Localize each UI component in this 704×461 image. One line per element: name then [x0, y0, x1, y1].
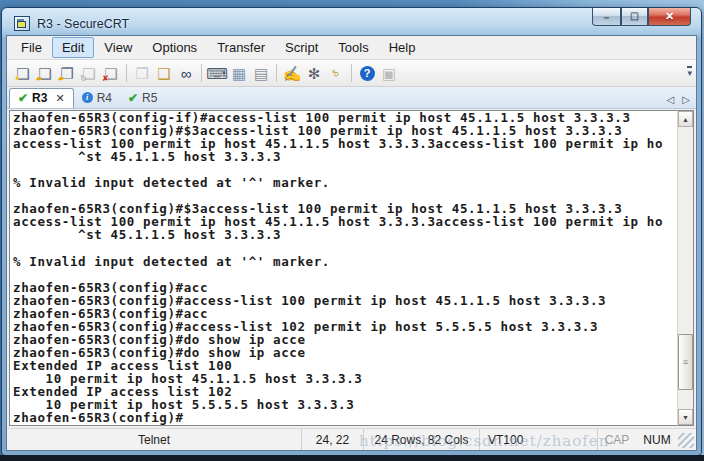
title-bar[interactable]: R3 - SecureCRT – ☐ ✕	[6, 8, 697, 35]
toolbar-separator	[201, 64, 202, 82]
session-options-icon[interactable]: ✻	[303, 63, 325, 84]
toolbar: ❏✦❏▰❐▰❏↻❏✘❐❑∞⌨▦▤✍✻♀?▣▾	[7, 60, 696, 87]
disconnect-icon[interactable]: ❏✘	[100, 63, 122, 84]
window-controls: – ☐ ✕	[592, 8, 691, 26]
close-button[interactable]: ✕	[648, 8, 691, 26]
menu-help[interactable]: Help	[379, 37, 426, 58]
minimize-button[interactable]: –	[592, 8, 621, 26]
scrollbar-thumb[interactable]: ≡	[678, 334, 693, 390]
properties-icon[interactable]: ✍	[281, 63, 303, 84]
menu-file[interactable]: File	[11, 37, 52, 58]
connect-in-tab-icon[interactable]: ❐▰	[56, 63, 78, 84]
keyboard-send-icon[interactable]: ⌨	[206, 63, 228, 84]
securecrt-app-icon	[14, 16, 30, 31]
terminal-screen[interactable]: zhaofen-65R3(config-if)#access-list 100 …	[9, 110, 677, 426]
resize-grip[interactable]	[678, 433, 694, 448]
maximize-button[interactable]: ☐	[621, 8, 648, 26]
tab-scroll-left-icon[interactable]: ◁	[667, 94, 675, 105]
status-protocol: Telnet	[7, 429, 302, 450]
toolbar-separator	[276, 64, 277, 82]
quick-connect-icon[interactable]: ❏▰	[34, 63, 56, 84]
reconnect-icon: ❏↻	[78, 63, 100, 84]
tab-label: R5	[142, 91, 157, 105]
tab-close-icon[interactable]: ✕	[55, 92, 64, 105]
tab-r3[interactable]: ✔R3✕	[9, 88, 74, 108]
tab-scroll-right-icon[interactable]: ▷	[682, 94, 690, 105]
toolbar-separator	[351, 64, 352, 82]
scroll-down-icon[interactable]: ▼	[678, 409, 693, 425]
tab-scroll-arrows: ◁ ▷	[667, 94, 690, 105]
menu-bar: FileEditViewOptionsTransferScriptToolsHe…	[7, 36, 696, 60]
print-icon[interactable]: ▤	[250, 63, 272, 84]
scroll-up-icon[interactable]: ▲	[678, 111, 693, 127]
vertical-scrollbar[interactable]: ▲ ≡ ▼	[677, 110, 694, 426]
status-emulation: VT100	[480, 429, 598, 450]
toolbar-overflow-icon[interactable]: ▾	[687, 66, 692, 77]
tab-label: R4	[97, 91, 112, 105]
session-info-icon: i	[82, 92, 93, 103]
copy-icon: ❐	[131, 63, 153, 84]
status-bar: Telnet 24, 22 24 Rows, 82 Cols VT100 CAP…	[7, 428, 696, 450]
toolbar-separator	[126, 64, 127, 82]
terminal-wrapper: zhaofen-65R3(config-if)#access-list 100 …	[7, 109, 696, 428]
menu-options[interactable]: Options	[142, 37, 207, 58]
status-num-indicator: NUM	[636, 429, 678, 450]
terminal-text: zhaofen-65R3(config-if)#access-list 100 …	[10, 111, 677, 424]
menu-edit[interactable]: Edit	[52, 37, 94, 58]
session-connected-icon: ✔	[128, 91, 138, 105]
help-icon[interactable]: ?	[356, 63, 378, 84]
connect-icon[interactable]: ❏✦	[12, 63, 34, 84]
session-connected-icon: ✔	[18, 91, 28, 105]
lock-window-icon: ▣	[378, 63, 400, 84]
securecrt-window: R3 - SecureCRT – ☐ ✕ FileEditViewOptions…	[1, 7, 702, 456]
menu-transfer[interactable]: Transfer	[207, 37, 275, 58]
menu-tools[interactable]: Tools	[328, 37, 378, 58]
tab-r4[interactable]: iR4	[74, 88, 120, 108]
menu-script[interactable]: Script	[275, 37, 328, 58]
key-icon[interactable]: ♀	[325, 63, 347, 84]
status-cursor-position: 24, 22	[302, 429, 364, 450]
desktop-background: R3 - SecureCRT – ☐ ✕ FileEditViewOptions…	[0, 0, 704, 461]
client-area: FileEditViewOptionsTransferScriptToolsHe…	[6, 35, 697, 451]
menu-view[interactable]: View	[94, 37, 142, 58]
status-terminal-size: 24 Rows, 82 Cols	[364, 429, 480, 450]
window-title: R3 - SecureCRT	[37, 17, 129, 31]
tab-label: R3	[32, 91, 47, 105]
tab-r5[interactable]: ✔R5	[120, 88, 165, 108]
tab-bar: ✔R3✕iR4✔R5 ◁ ▷	[7, 87, 696, 109]
find-icon[interactable]: ∞	[175, 63, 197, 84]
button-bar-icon[interactable]: ▦	[228, 63, 250, 84]
status-caps-indicator: CAP	[598, 429, 636, 450]
paste-icon[interactable]: ❑	[153, 63, 175, 84]
